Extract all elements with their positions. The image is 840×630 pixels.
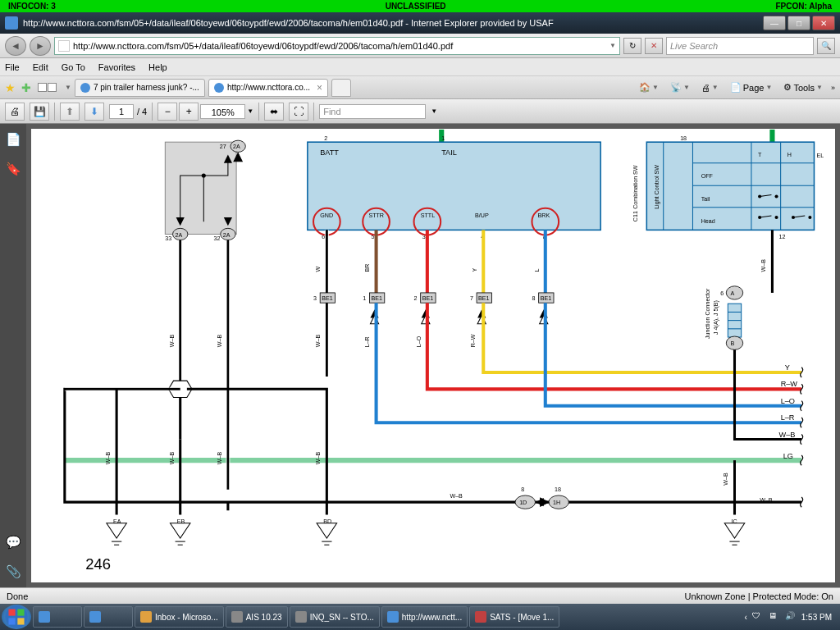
menu-edit[interactable]: Edit xyxy=(33,62,48,72)
home-button[interactable]: 🏠▼ xyxy=(636,80,662,94)
svg-text:C11: C11 xyxy=(632,211,639,221)
pdf-page-input[interactable] xyxy=(109,104,134,119)
ie-icon xyxy=(387,611,399,623)
menu-goto[interactable]: Go To xyxy=(62,62,85,72)
quicktabs-icon[interactable] xyxy=(38,83,57,92)
address-bar[interactable]: ▼ xyxy=(54,37,620,55)
svg-text:Y: Y xyxy=(472,267,478,272)
svg-text:BE1: BE1 xyxy=(541,295,552,302)
svg-text:W–B: W–B xyxy=(105,452,112,465)
tray-icon[interactable]: 🛡 xyxy=(752,611,764,623)
svg-point-36 xyxy=(775,216,778,219)
svg-text:18: 18 xyxy=(680,135,687,142)
svg-text:TAIL: TAIL xyxy=(441,148,457,157)
url-input[interactable] xyxy=(73,41,609,51)
svg-rect-144 xyxy=(8,609,15,615)
page-button[interactable]: 📄Page▼ xyxy=(727,80,776,94)
svg-text:8: 8 xyxy=(521,486,524,493)
tab-ncttora[interactable]: http://www.ncttora.co... × xyxy=(208,79,328,97)
quicktabs-dd[interactable]: ▼ xyxy=(65,84,71,91)
pdf-thumbnails-icon[interactable]: 📄 xyxy=(6,132,21,147)
task-sats[interactable]: SATS - [Move 1... xyxy=(469,606,559,628)
svg-rect-147 xyxy=(17,618,24,624)
tab-trailer-harness[interactable]: 7 pin trailer harness junk? -... xyxy=(75,79,205,97)
svg-text:1: 1 xyxy=(441,135,445,142)
tray-chevron-icon[interactable]: ‹ xyxy=(744,613,746,622)
svg-text:Tail: Tail xyxy=(701,196,710,203)
stop-button[interactable]: ✕ xyxy=(645,38,663,54)
clock[interactable]: 1:53 PM xyxy=(801,613,832,622)
print-button[interactable]: 🖨▼ xyxy=(698,81,722,94)
task-inq[interactable]: INQ_SN -- STO... xyxy=(290,606,380,628)
minimize-button[interactable]: — xyxy=(763,16,786,30)
close-button[interactable]: ✕ xyxy=(812,16,835,30)
pdf-page-total: / 4 xyxy=(137,107,147,116)
start-button[interactable] xyxy=(2,605,31,629)
pdf-fit-width-button[interactable]: ⬌ xyxy=(264,103,284,121)
task-ie1[interactable] xyxy=(33,606,82,628)
pdf-next-page-button[interactable]: ⬇ xyxy=(84,103,104,121)
forward-button[interactable]: ► xyxy=(30,36,51,56)
menu-help[interactable]: Help xyxy=(148,62,167,72)
pdf-save-button[interactable]: 💾 xyxy=(30,103,49,121)
pdf-attachments-icon[interactable]: 📎 xyxy=(6,564,21,579)
chevron-right-icon[interactable]: » xyxy=(831,84,835,92)
svg-text:Light Control SW: Light Control SW xyxy=(654,165,660,209)
pdf-bookmarks-icon[interactable]: 🔖 xyxy=(6,162,21,176)
tray-icon[interactable]: 🖥 xyxy=(769,611,780,623)
home-icon: 🏠 xyxy=(639,82,651,93)
pdf-fit-page-button[interactable]: ⛶ xyxy=(289,103,308,121)
status-bar: Done Unknown Zone | Protected Mode: On xyxy=(0,587,840,604)
pdf-content-area: 📄 🔖 💬 📎 BATT TAIL GND STTR STTL B/UP BRK… xyxy=(0,124,840,587)
menu-favorites[interactable]: Favorites xyxy=(98,62,135,72)
page-icon xyxy=(58,40,70,52)
svg-marker-64 xyxy=(107,523,127,538)
pdf-zoom-value[interactable]: 105% xyxy=(200,104,245,119)
svg-text:B: B xyxy=(730,340,734,347)
tools-button[interactable]: ⚙Tools▼ xyxy=(780,80,826,94)
svg-text:OFF: OFF xyxy=(701,173,714,180)
svg-text:B/UP: B/UP xyxy=(475,212,489,219)
zoom-dd-icon[interactable]: ▼ xyxy=(247,107,253,115)
svg-text:L–O: L–O xyxy=(416,336,422,347)
pdf-zoom-in-button[interactable]: + xyxy=(179,103,199,121)
refresh-button[interactable]: ↻ xyxy=(623,38,641,54)
pdf-find-input[interactable]: Find xyxy=(319,104,426,119)
pdf-zoom-out-button[interactable]: − xyxy=(158,103,177,121)
infocon-center: UNCLASSIFIED xyxy=(386,2,446,11)
new-tab-button[interactable] xyxy=(331,79,351,97)
svg-text:BE1: BE1 xyxy=(371,295,382,302)
pdf-page-view[interactable]: BATT TAIL GND STTR STTL B/UP BRK 2 1 18 … xyxy=(31,129,835,582)
menu-file[interactable]: File xyxy=(5,62,20,72)
search-box[interactable]: Live Search xyxy=(666,37,814,55)
window-title: http://www.ncttora.com/fsm/05+/data/ilea… xyxy=(23,18,763,28)
task-ncttora[interactable]: http://www.nctt... xyxy=(381,606,468,628)
volume-icon[interactable]: 🔊 xyxy=(785,611,797,623)
pdf-comments-icon[interactable]: 💬 xyxy=(6,535,21,550)
outlook-icon xyxy=(140,611,152,623)
svg-text:L–O: L–O xyxy=(781,397,795,405)
svg-marker-68 xyxy=(170,523,190,538)
addr-dropdown-icon[interactable]: ▼ xyxy=(609,42,616,49)
back-button[interactable]: ◄ xyxy=(5,36,26,56)
tab-bar: ★ ✚ ▼ 7 pin trailer harness junk? -... h… xyxy=(0,76,840,99)
maximize-button[interactable]: □ xyxy=(788,16,810,30)
add-favorites-icon[interactable]: ✚ xyxy=(21,81,34,94)
svg-text:T: T xyxy=(758,152,762,158)
favorites-star-icon[interactable]: ★ xyxy=(5,81,18,94)
navigation-bar: ◄ ► ▼ ↻ ✕ Live Search 🔍 xyxy=(0,34,840,58)
svg-text:33: 33 xyxy=(165,235,171,242)
find-dd-icon[interactable]: ▼ xyxy=(431,107,437,115)
svg-text:2: 2 xyxy=(414,295,418,302)
tab-close-icon[interactable]: × xyxy=(317,82,322,94)
task-inbox[interactable]: Inbox - Microso... xyxy=(135,606,224,628)
svg-text:STTR: STTR xyxy=(368,212,384,219)
task-ais[interactable]: AIS 10.23 xyxy=(226,606,288,628)
search-button[interactable]: 🔍 xyxy=(817,38,835,54)
pdf-prev-page-button[interactable]: ⬆ xyxy=(60,103,80,121)
svg-text:1: 1 xyxy=(363,295,366,302)
svg-text:BRK: BRK xyxy=(538,212,550,219)
feeds-button[interactable]: 📡▼ xyxy=(667,80,693,94)
pdf-print-button[interactable]: 🖨 xyxy=(5,103,25,121)
task-ie2[interactable] xyxy=(84,606,133,628)
